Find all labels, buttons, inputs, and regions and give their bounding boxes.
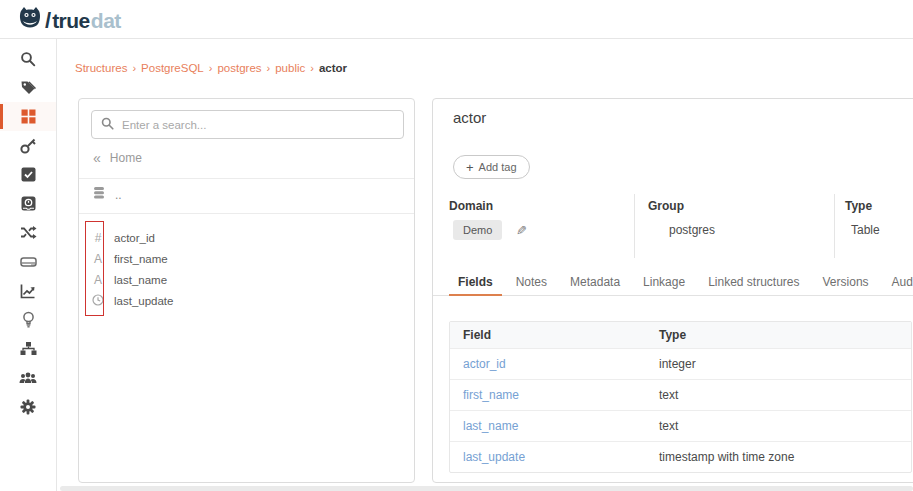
top-header: / true dat <box>0 0 913 39</box>
table-row: actor_id integer <box>450 348 911 379</box>
sidebar-item-ingest[interactable] <box>0 189 56 218</box>
sidebar-item-user-groups[interactable] <box>0 363 56 392</box>
column-header-type: Type <box>646 328 686 342</box>
home-link[interactable]: « Home <box>93 150 142 166</box>
structure-detail-panel: actor + Add tag Domain Demo ✎ Group post… <box>432 98 913 483</box>
column-header-field: Field <box>450 328 646 342</box>
tab-versions[interactable]: Versions <box>814 269 878 296</box>
search-input[interactable] <box>122 119 394 131</box>
group-label: Group <box>648 199 834 213</box>
tab-linkage[interactable]: Linkage <box>634 269 694 296</box>
sidebar-item-tasks[interactable] <box>0 160 56 189</box>
hash-icon: # <box>91 231 105 245</box>
list-item[interactable]: # actor_id <box>79 227 414 248</box>
nav-sidebar <box>0 39 57 491</box>
field-link[interactable]: actor_id <box>463 357 506 371</box>
home-label: Home <box>110 151 142 165</box>
parent-directory-label: .. <box>115 188 122 202</box>
logo-word-dark: true <box>52 9 90 33</box>
field-link[interactable]: last_update <box>463 450 525 464</box>
ingest-tray-icon <box>21 196 36 211</box>
truedat-app: / true dat <box>0 0 913 491</box>
structure-search-box[interactable] <box>91 110 404 139</box>
sidebar-item-tags[interactable] <box>0 73 56 102</box>
tab-notes[interactable]: Notes <box>507 269 556 296</box>
list-item[interactable]: last_update <box>79 290 414 311</box>
fields-table: Field Type actor_id integer first_name t… <box>449 321 912 473</box>
field-link[interactable]: last_name <box>463 419 518 433</box>
breadcrumb-separator: › <box>132 62 136 74</box>
summary-row: Domain Demo ✎ Group postgres Type Table <box>433 194 913 258</box>
tasks-check-icon <box>21 167 36 182</box>
summary-group: Group postgres <box>634 194 834 258</box>
tags-icon <box>20 79 37 96</box>
systems-drive-icon <box>20 255 37 269</box>
breadcrumb-separator: › <box>310 62 314 74</box>
logo-word-light: dat <box>91 9 121 33</box>
structures-grid-icon <box>21 109 36 124</box>
truedat-logo[interactable]: / true dat <box>18 6 121 36</box>
breadcrumb-link-structures[interactable]: Structures <box>75 62 127 74</box>
structure-browser-panel: « Home .. # actor_id A first_name A last… <box>78 98 415 483</box>
table-header-row: Field Type <box>450 322 911 348</box>
search-icon <box>20 51 36 67</box>
add-tag-button[interactable]: + Add tag <box>453 155 530 179</box>
divider <box>79 213 414 214</box>
parent-directory-item[interactable]: .. <box>92 186 122 203</box>
list-item[interactable]: A last_name <box>79 269 414 290</box>
concepts-bulb-icon <box>22 311 35 328</box>
tab-fields[interactable]: Fields <box>449 269 502 296</box>
sidebar-item-settings[interactable] <box>0 392 56 421</box>
database-icon <box>92 186 106 203</box>
tab-linked-structures[interactable]: Linked structures <box>699 269 808 296</box>
breadcrumb-link-postgresql[interactable]: PostgreSQL <box>141 62 204 74</box>
relations-shuffle-icon <box>20 225 37 240</box>
domain-label: Domain <box>449 199 634 213</box>
sidebar-item-lineage[interactable] <box>0 218 56 247</box>
list-item[interactable]: A first_name <box>79 248 414 269</box>
breadcrumb-separator: › <box>209 62 213 74</box>
breadcrumb-link-postgres[interactable]: postgres <box>217 62 261 74</box>
edit-pencil-icon[interactable]: ✎ <box>516 223 527 238</box>
settings-gear-icon <box>20 399 36 415</box>
domain-badge[interactable]: Demo <box>453 220 502 240</box>
letter-a-icon: A <box>91 273 105 287</box>
groups-users-icon <box>19 371 37 385</box>
field-name: last_update <box>114 295 173 307</box>
table-row: last_update timestamp with time zone <box>450 441 911 472</box>
horizontal-scrollbar[interactable] <box>60 486 913 491</box>
table-row: first_name text <box>450 379 911 410</box>
sidebar-item-systems[interactable] <box>0 247 56 276</box>
tab-audit[interactable]: Audit <box>883 269 913 296</box>
field-type: text <box>646 388 678 402</box>
add-tag-label: Add tag <box>479 161 517 173</box>
breadcrumb: Structures›PostgreSQL›postgres›public›ac… <box>75 62 347 74</box>
taxonomy-hierarchy-icon <box>20 341 37 356</box>
sidebar-item-structures[interactable] <box>0 102 56 131</box>
group-value: postgres <box>648 223 834 237</box>
field-type: text <box>646 419 678 433</box>
type-value: Table <box>845 223 913 237</box>
sidebar-item-taxonomy[interactable] <box>0 334 56 363</box>
summary-domain: Domain Demo ✎ <box>433 194 634 258</box>
page-title: actor <box>453 109 486 126</box>
field-name: last_name <box>114 274 167 286</box>
clock-icon <box>91 294 105 308</box>
sidebar-item-concepts[interactable] <box>0 305 56 334</box>
type-label: Type <box>845 199 913 213</box>
breadcrumb-link-public[interactable]: public <box>275 62 305 74</box>
tab-metadata[interactable]: Metadata <box>561 269 629 296</box>
field-type: timestamp with time zone <box>646 450 794 464</box>
field-list: # actor_id A first_name A last_name last… <box>79 227 414 311</box>
sidebar-item-permissions[interactable] <box>0 131 56 160</box>
plus-icon: + <box>466 160 474 175</box>
field-name: actor_id <box>114 232 155 244</box>
key-icon <box>20 137 37 154</box>
sidebar-item-search[interactable] <box>0 44 56 73</box>
summary-type: Type Table <box>834 194 913 258</box>
field-type: integer <box>646 357 696 371</box>
detail-tabs: Fields Notes Metadata Linkage Linked str… <box>433 269 913 296</box>
sidebar-item-quality[interactable] <box>0 276 56 305</box>
field-link[interactable]: first_name <box>463 388 519 402</box>
search-icon <box>101 116 114 134</box>
